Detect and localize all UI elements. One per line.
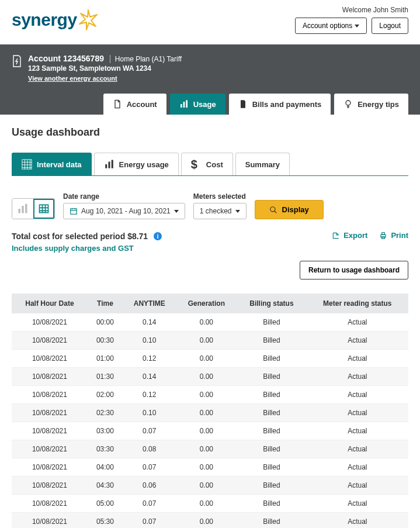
table-cell: 0.06: [123, 477, 176, 495]
table-cell: 10/08/2021: [12, 440, 88, 458]
table-cell: 03:30: [88, 440, 123, 458]
svg-rect-9: [22, 206, 23, 213]
table-cell: 10/08/2021: [12, 350, 88, 368]
table-cell: 0.12: [123, 350, 176, 368]
print-button[interactable]: Print: [379, 231, 408, 240]
return-dashboard-button[interactable]: Return to usage dashboard: [300, 261, 408, 279]
bar-chart-icon: [104, 159, 114, 170]
welcome-text: Welcome John Smith: [342, 6, 408, 14]
table-cell: 0.07: [123, 458, 176, 477]
logo-text: synergy: [12, 10, 77, 30]
table-cell: 10/08/2021: [12, 495, 88, 513]
table-cell: Actual: [307, 458, 408, 477]
table-cell: 0.08: [123, 440, 176, 458]
export-label: Export: [343, 231, 367, 240]
svg-rect-1: [183, 102, 185, 108]
export-button[interactable]: Export: [332, 231, 367, 240]
table-row: 10/08/202104:000.070.00BilledActual: [12, 458, 408, 477]
date-range-value: Aug 10, 2021 - Aug 10, 2021: [81, 207, 171, 215]
view-another-account-link[interactable]: View another energy account: [28, 75, 117, 82]
table-header: Generation: [176, 294, 237, 313]
table-header: ANYTIME: [123, 294, 176, 313]
table-row: 10/08/202100:000.140.00BilledActual: [12, 313, 408, 332]
table-cell: 10/08/2021: [12, 458, 88, 477]
search-icon: [269, 206, 277, 214]
account-number: 123456789: [63, 54, 104, 63]
table-cell: Actual: [307, 422, 408, 440]
table-cell: 0.00: [176, 313, 237, 332]
table-cell: 02:30: [88, 404, 123, 422]
logo[interactable]: synergy: [12, 10, 98, 30]
sub-tab-label: Cost: [206, 160, 223, 169]
svg-rect-11: [40, 205, 48, 212]
table-cell: 0.10: [123, 404, 176, 422]
table-cell: 10/08/2021: [12, 368, 88, 386]
table-cell: Billed: [237, 422, 306, 440]
table-cell: 0.07: [123, 513, 176, 529]
table-cell: Actual: [307, 386, 408, 404]
nav-tab-usage[interactable]: Usage: [170, 94, 225, 115]
svg-rect-15: [382, 232, 385, 234]
display-button[interactable]: Display: [255, 200, 324, 219]
table-row: 10/08/202103:000.070.00BilledActual: [12, 422, 408, 440]
calendar-icon: [70, 207, 78, 215]
sub-tab-summary[interactable]: Summary: [235, 153, 290, 175]
table-header: Half Hour Date: [12, 294, 88, 313]
total-cost-amount: $8.71: [127, 232, 148, 241]
meters-dropdown[interactable]: 1 checked: [193, 203, 247, 219]
interval-data-table: Half Hour DateTimeANYTIMEGenerationBilli…: [12, 294, 408, 528]
table-row: 10/08/202105:300.070.00BilledActual: [12, 513, 408, 529]
table-cell: 0.14: [123, 313, 176, 332]
table-cell: Actual: [307, 513, 408, 529]
meters-label: Meters selected: [193, 192, 247, 201]
table-cell: Actual: [307, 313, 408, 332]
print-label: Print: [391, 231, 408, 240]
nav-tab-account[interactable]: Account: [103, 94, 166, 115]
table-header: Meter reading status: [307, 294, 408, 313]
sub-tab-interval[interactable]: Interval data: [12, 153, 92, 175]
meters-value: 1 checked: [200, 207, 232, 215]
dollar-icon: $: [191, 159, 202, 170]
sub-tab-cost[interactable]: $ Cost: [181, 153, 233, 175]
table-row: 10/08/202101:300.140.00BilledActual: [12, 368, 408, 386]
table-cell: 02:00: [88, 386, 123, 404]
nav-tab-tips[interactable]: Energy tips: [334, 94, 408, 115]
info-icon[interactable]: i: [154, 232, 162, 240]
document-lightning-icon: [12, 55, 22, 70]
nav-tab-bills[interactable]: Bills and payments: [229, 94, 331, 115]
sub-tab-energy[interactable]: Energy usage: [94, 153, 179, 175]
table-cell: 0.00: [176, 350, 237, 368]
view-table-button[interactable]: [33, 199, 54, 219]
date-range-label: Date range: [63, 192, 185, 201]
table-header: Time: [88, 294, 123, 313]
table-cell: Billed: [237, 313, 306, 332]
table-row: 10/08/202101:000.120.00BilledActual: [12, 350, 408, 368]
account-plan: Home Plan (A1) Tariff: [110, 55, 182, 63]
nav-tab-label: Energy tips: [357, 100, 399, 109]
svg-rect-12: [71, 209, 77, 214]
logout-button[interactable]: Logout: [372, 18, 408, 34]
date-range-dropdown[interactable]: Aug 10, 2021 - Aug 10, 2021: [63, 203, 185, 219]
table-row: 10/08/202100:300.100.00BilledActual: [12, 332, 408, 350]
table-cell: Billed: [237, 368, 306, 386]
table-cell: Actual: [307, 368, 408, 386]
table-cell: 0.00: [176, 422, 237, 440]
logo-mark-icon: [78, 10, 98, 30]
account-label: Account: [28, 54, 61, 63]
sub-tab-label: Summary: [245, 160, 280, 169]
page-title: Usage dashboard: [12, 126, 408, 139]
display-label: Display: [282, 205, 309, 214]
table-cell: 0.00: [176, 368, 237, 386]
table-header: Billing status: [237, 294, 306, 313]
bar-chart-icon: [17, 203, 29, 215]
table-cell: Actual: [307, 477, 408, 495]
table-cell: 05:00: [88, 495, 123, 513]
svg-rect-10: [25, 204, 27, 213]
account-options-button[interactable]: Account options: [295, 18, 367, 34]
table-row: 10/08/202105:000.070.00BilledActual: [12, 495, 408, 513]
table-cell: 00:30: [88, 332, 123, 350]
table-icon: [38, 203, 50, 215]
supply-charges-link[interactable]: Includes supply charges and GST: [12, 244, 162, 253]
view-chart-button[interactable]: [12, 199, 33, 219]
account-options-label: Account options: [303, 22, 352, 30]
